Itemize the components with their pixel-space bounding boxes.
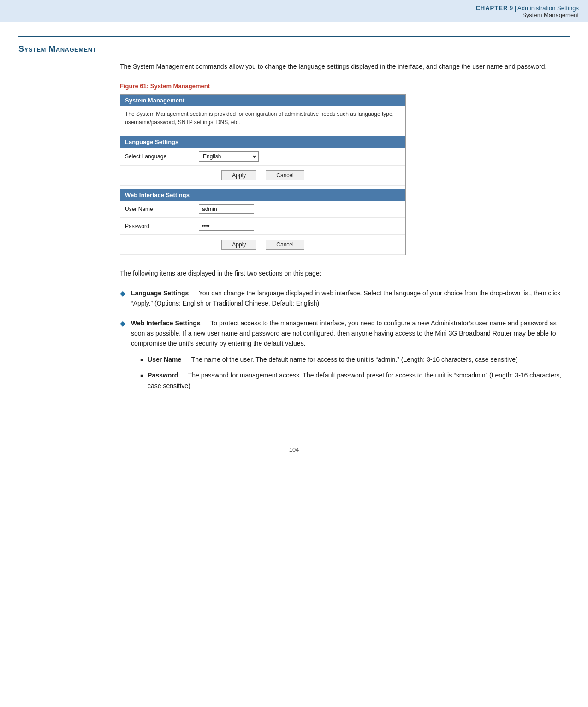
ui-screenshot-box: System Management The System Management … bbox=[120, 94, 406, 255]
bullet-item-language: ◆ Language Settings — You can change the… bbox=[120, 288, 570, 309]
sub-bullet-username: ■ User Name — The name of the user. The … bbox=[140, 354, 570, 365]
sub-bullet-content-password: Password — The password for management a… bbox=[148, 370, 570, 391]
bullet-content-language: Language Settings — You can change the l… bbox=[131, 288, 570, 309]
chapter-number: 9 bbox=[510, 5, 513, 12]
sub-bullet-term-username: User Name bbox=[148, 356, 181, 363]
bullet-content-web: Web Interface Settings — To protect acce… bbox=[131, 318, 570, 391]
ui-language-field-row: Select Language English Traditional Chin… bbox=[120, 148, 405, 166]
square-icon-1: ■ bbox=[140, 356, 143, 364]
main-content: System Management The System Management … bbox=[0, 22, 588, 419]
bullet-term-language: Language Settings bbox=[131, 289, 189, 297]
header-sub-title: System Management bbox=[522, 12, 579, 18]
sub-bullet-emdash-2: — bbox=[178, 371, 188, 379]
bullet-item-web: ◆ Web Interface Settings — To protect ac… bbox=[120, 318, 570, 391]
chapter-label: Chapter bbox=[475, 5, 508, 12]
square-icon-2: ■ bbox=[140, 372, 143, 379]
page-header: Chapter 9 | Administration Settings Syst… bbox=[0, 0, 588, 22]
sub-bullet-term-password: Password bbox=[148, 371, 178, 379]
ui-username-row: User Name bbox=[120, 201, 405, 218]
diamond-icon-1: ◆ bbox=[120, 289, 125, 298]
ui-main-header: System Management bbox=[120, 95, 405, 106]
password-input[interactable] bbox=[199, 222, 254, 231]
diamond-icon-2: ◆ bbox=[120, 319, 125, 328]
bullet-emdash-1: — bbox=[189, 289, 199, 297]
page-footer: – 104 – bbox=[0, 437, 588, 462]
sub-bullet-emdash-1: — bbox=[181, 356, 191, 363]
username-input[interactable] bbox=[199, 204, 254, 214]
ui-username-control[interactable] bbox=[199, 204, 254, 214]
ui-password-label: Password bbox=[125, 223, 199, 229]
ui-language-button-row: Apply Cancel bbox=[120, 166, 405, 186]
web-apply-button[interactable]: Apply bbox=[221, 240, 256, 250]
page-number: – 104 – bbox=[284, 446, 304, 453]
ui-language-control[interactable]: English Traditional Chinese bbox=[199, 151, 259, 162]
chapter-title: Administration Settings bbox=[517, 5, 579, 12]
page-title: System Management bbox=[18, 44, 570, 54]
ui-username-label: User Name bbox=[125, 206, 199, 212]
sub-bullet-text-password: The password for management access. The … bbox=[148, 371, 561, 389]
ui-select-language-label: Select Language bbox=[125, 153, 199, 160]
language-cancel-button[interactable]: Cancel bbox=[266, 170, 304, 180]
bullet-emdash-2: — bbox=[201, 319, 211, 327]
sub-bullet-text-username: The name of the user. The default name f… bbox=[191, 356, 518, 363]
sub-bullet-content-username: User Name — The name of the user. The de… bbox=[148, 354, 518, 365]
following-text: The following items are displayed in the… bbox=[120, 268, 570, 278]
ui-web-button-row: Apply Cancel bbox=[120, 235, 405, 255]
ui-web-header: Web Interface Settings bbox=[120, 189, 405, 201]
header-chapter-line: Chapter 9 | Administration Settings bbox=[475, 5, 579, 12]
web-cancel-button[interactable]: Cancel bbox=[266, 240, 304, 250]
intro-text: The System Management commands allow you… bbox=[120, 61, 570, 72]
ui-password-control[interactable] bbox=[199, 222, 254, 231]
ui-language-header: Language Settings bbox=[120, 136, 405, 148]
sub-bullet-password: ■ Password — The password for management… bbox=[140, 370, 570, 391]
bullet-section: ◆ Language Settings — You can change the… bbox=[120, 288, 570, 391]
bullet-term-web: Web Interface Settings bbox=[131, 319, 201, 327]
top-rule bbox=[18, 36, 570, 37]
ui-password-row: Password bbox=[120, 218, 405, 235]
language-select[interactable]: English Traditional Chinese bbox=[199, 151, 259, 162]
ui-description: The System Management section is provide… bbox=[120, 106, 405, 132]
figure-label: Figure 61: System Management bbox=[120, 83, 570, 90]
language-apply-button[interactable]: Apply bbox=[221, 170, 256, 180]
